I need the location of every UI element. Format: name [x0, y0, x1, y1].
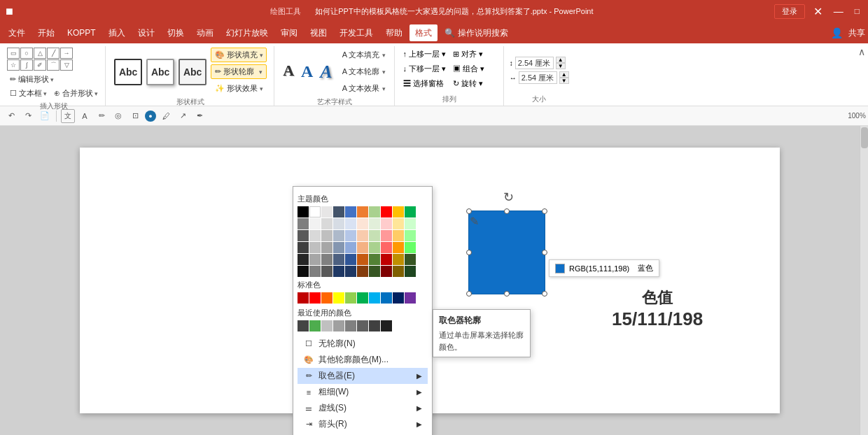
theme-swatch-58[interactable] [393, 266, 404, 277]
select-pane-btn[interactable]: ☰ 选择窗格 [400, 77, 449, 90]
menu-review[interactable]: 审阅 [275, 24, 303, 41]
menu-insert[interactable]: 插入 [103, 24, 131, 41]
maximize-icon[interactable]: □ [852, 6, 862, 16]
width-up[interactable]: ▲ [559, 71, 569, 78]
style-abc-outline[interactable]: Abc [114, 59, 142, 85]
shape-icon-curve[interactable]: ∫ [20, 59, 33, 71]
menu-switch[interactable]: 切换 [162, 24, 190, 41]
toolbar-btn-4[interactable]: ◎ [111, 109, 125, 123]
theme-swatch-16[interactable] [369, 218, 380, 229]
theme-swatch-36[interactable] [369, 242, 380, 253]
shape-icon-circle[interactable]: ○ [20, 48, 33, 59]
edit-shape-btn[interactable]: ✏ 编辑形状 ▾ [7, 73, 57, 86]
std-swatch-2[interactable] [321, 292, 332, 304]
theme-swatch-42[interactable] [321, 254, 332, 265]
recent-swatch-2[interactable] [321, 320, 332, 331]
theme-swatch-0[interactable] [298, 206, 309, 218]
handle-bl[interactable] [466, 291, 472, 297]
theme-swatch-27[interactable] [381, 230, 392, 241]
theme-swatch-4[interactable] [345, 206, 356, 218]
handle-tm[interactable] [504, 208, 510, 214]
theme-swatch-59[interactable] [405, 266, 416, 277]
rotate-handle[interactable]: ↻ [503, 190, 514, 205]
theme-swatch-49[interactable] [405, 254, 416, 265]
more-colors-option[interactable]: 🎨 其他轮廓颜色(M)... [298, 352, 428, 368]
std-swatch-6[interactable] [369, 292, 380, 304]
share-btn[interactable]: 共享 [848, 27, 865, 39]
width-input[interactable] [519, 71, 557, 84]
theme-swatch-57[interactable] [381, 266, 392, 277]
theme-swatch-19[interactable] [405, 218, 416, 229]
theme-swatch-23[interactable] [333, 230, 344, 241]
toolbar-btn-5[interactable]: ⊡ [128, 109, 142, 123]
theme-swatch-26[interactable] [369, 230, 380, 241]
shape-effect-btn[interactable]: ✨ 形状效果▾ [211, 81, 267, 96]
shape-icon-star[interactable]: ☆ [7, 59, 20, 71]
theme-swatch-51[interactable] [309, 266, 321, 277]
dash-option[interactable]: ⚌ 虚线(S) ▶ [298, 400, 428, 416]
shape-icon-connector[interactable]: ⌒ [47, 59, 59, 71]
theme-swatch-13[interactable] [333, 218, 344, 229]
theme-swatch-3[interactable] [333, 206, 344, 218]
theme-swatch-28[interactable] [393, 230, 404, 241]
theme-swatch-2[interactable] [321, 206, 332, 218]
style-abc-filled[interactable]: Abc [178, 59, 206, 85]
theme-swatch-25[interactable] [357, 230, 368, 241]
toolbar-btn-8[interactable]: ↗ [176, 109, 190, 123]
theme-swatch-10[interactable] [298, 218, 309, 229]
theme-swatch-15[interactable] [357, 218, 368, 229]
theme-swatch-29[interactable] [405, 230, 416, 241]
weight-option[interactable]: ≡ 粗细(W) ▶ [298, 384, 428, 400]
theme-swatch-48[interactable] [393, 254, 404, 265]
toolbar-btn-6[interactable]: ● [145, 110, 156, 122]
shape-icon-more[interactable]: ▽ [60, 59, 73, 71]
move-down-btn[interactable]: ↓ 下移一层 ▾ [400, 62, 449, 76]
std-swatch-7[interactable] [381, 292, 392, 304]
menu-design[interactable]: 设计 [132, 24, 160, 41]
handle-br[interactable] [542, 291, 547, 297]
handle-ml[interactable] [466, 250, 472, 255]
std-swatch-8[interactable] [393, 292, 404, 304]
eyedropper-option[interactable]: ✏ 取色器(E) ▶ [298, 368, 428, 384]
recent-swatch-5[interactable] [357, 320, 368, 331]
std-swatch-0[interactable] [298, 292, 309, 304]
recent-swatch-3[interactable] [333, 320, 344, 331]
theme-swatch-20[interactable] [298, 230, 309, 241]
theme-swatch-34[interactable] [345, 242, 356, 253]
std-swatch-9[interactable] [405, 292, 416, 304]
theme-swatch-11[interactable] [309, 218, 321, 229]
toolbar-btn-9[interactable]: ✒ [192, 109, 206, 123]
group-btn[interactable]: ▣ 组合 ▾ [450, 62, 499, 76]
theme-swatch-9[interactable] [405, 206, 416, 218]
theme-swatch-32[interactable] [321, 242, 332, 253]
shape-icon-freeform[interactable]: ✐ [34, 59, 46, 71]
theme-swatch-46[interactable] [369, 254, 380, 265]
move-up-btn[interactable]: ↑ 上移一层 ▾ [400, 48, 449, 61]
shape-icon-tri[interactable]: △ [34, 48, 46, 59]
theme-swatch-24[interactable] [345, 230, 356, 241]
theme-swatch-5[interactable] [357, 206, 368, 218]
edit-icon[interactable]: ✎ [470, 215, 479, 228]
theme-swatch-38[interactable] [393, 242, 404, 253]
menu-slideshow[interactable]: 幻灯片放映 [220, 24, 274, 41]
theme-swatch-44[interactable] [345, 254, 356, 265]
handle-mr[interactable] [542, 250, 547, 255]
align-btn[interactable]: ⊞ 对齐 ▾ [450, 48, 499, 61]
menu-dev[interactable]: 开发工具 [334, 24, 379, 41]
recent-swatch-0[interactable] [298, 320, 309, 331]
menu-help[interactable]: 帮助 [380, 24, 408, 41]
theme-swatch-37[interactable] [381, 242, 392, 253]
recent-swatch-4[interactable] [345, 320, 356, 331]
theme-swatch-41[interactable] [309, 254, 321, 265]
theme-swatch-39[interactable] [405, 242, 416, 253]
merge-shape-btn[interactable]: ⊕ 合并形状 ▾ [51, 87, 101, 100]
blue-shape[interactable] [468, 211, 545, 294]
theme-swatch-21[interactable] [309, 230, 321, 241]
theme-swatch-35[interactable] [357, 242, 368, 253]
theme-swatch-43[interactable] [333, 254, 344, 265]
theme-swatch-33[interactable] [333, 242, 344, 253]
scroll-thumb[interactable] [861, 127, 868, 148]
height-input[interactable] [515, 57, 554, 69]
theme-swatch-22[interactable] [321, 230, 332, 241]
shape-fill-btn[interactable]: 🎨 形状填充▾ [211, 48, 267, 62]
